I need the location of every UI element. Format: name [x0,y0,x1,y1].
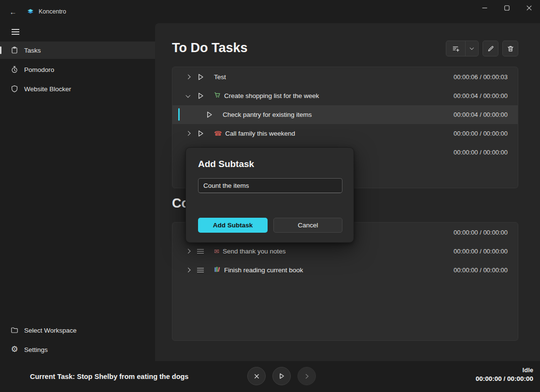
add-task-button[interactable] [446,41,466,56]
sidebar-item-website-blocker[interactable]: Website Blocker [0,80,155,98]
chevron-down-icon [470,46,474,50]
sidebar-item-label: Settings [24,346,48,353]
expand-chevron[interactable] [184,75,192,79]
pencil-icon [487,45,495,53]
app-logo-icon [26,7,35,16]
sidebar-item-label: Pomodoro [24,66,54,73]
subtask-name-input[interactable] [198,178,342,193]
tasks-icon [11,46,18,54]
subtask-row[interactable]: Check pantry for existing items00:00:04 … [172,105,518,124]
cancel-button[interactable]: Cancel [273,218,342,233]
chevron-right-icon [303,373,311,380]
mail-icon: ✉ [214,248,219,255]
task-drag-handle[interactable] [195,268,206,273]
sidebar-item-select-workspace[interactable]: Select Workspace [0,322,155,339]
minimize-button[interactable] [473,0,496,16]
maximize-icon [504,5,510,11]
app-title: Koncentro [39,8,66,15]
books-icon [214,266,221,274]
status-bar: Current Task: Stop Shelby from eating th… [0,361,540,392]
sidebar-item-tasks[interactable]: Tasks [0,42,155,59]
task-time: 00:00:06 / 00:00:03 [454,73,508,81]
shield-icon [11,85,18,93]
play-task-button[interactable] [195,73,206,81]
sidebar: Tasks Pomodoro Website Blocker Select Wo… [0,23,155,361]
sidebar-nav: Tasks Pomodoro Website Blocker [0,42,155,99]
expand-chevron[interactable] [184,268,192,272]
play-task-button[interactable] [204,111,214,119]
task-time: 00:00:04 / 00:00:00 [454,111,508,118]
task-title: Create shopping list for the week [214,92,319,100]
task-title: Check pantry for existing items [223,111,312,118]
task-time: 00:00:04 / 00:00:00 [454,92,508,99]
sidebar-item-settings[interactable]: ⚙ Settings [0,341,155,358]
timer-state: Idle [476,366,533,374]
todo-section-title: To Do Tasks [172,41,248,56]
play-icon [278,372,285,380]
dialog-title: Add Subtask [198,159,254,169]
expand-chevron[interactable] [184,95,192,97]
delete-task-button[interactable] [502,41,518,56]
task-time: 00:00:00 / 00:00:00 [454,229,508,236]
timer-icon [11,66,18,73]
task-time: 00:00:00 / 00:00:00 [454,248,508,255]
completed-task-row[interactable]: Finish reading current book00:00:00 / 00… [172,261,518,280]
task-toolbar [446,41,518,56]
add-task-split-button [446,41,479,56]
task-title: Test [214,73,226,81]
timer-status: Idle 00:00:00 / 00:00:00 [476,366,533,382]
todo-task-row[interactable]: ☎Call family this weekend00:00:00 / 00:0… [172,124,518,143]
sidebar-footer: Select Workspace ⚙ Settings [0,322,155,360]
expand-chevron[interactable] [184,250,192,253]
maximize-button[interactable] [496,0,518,16]
skip-task-button[interactable] [298,367,316,385]
cart-icon [214,92,221,100]
edit-task-button[interactable] [483,41,498,56]
close-icon [526,5,532,11]
play-pause-button[interactable] [272,367,291,385]
play-task-button[interactable] [195,129,206,138]
sidebar-item-label: Select Workspace [24,327,77,334]
close-button[interactable] [518,0,540,16]
trash-icon [507,45,514,53]
minimize-icon [482,5,487,11]
selected-row-indicator [178,108,180,121]
titlebar: ← Koncentro [0,0,540,23]
current-task-label: Current Task: Stop Shelby from eating th… [30,361,188,392]
task-time: 00:00:00 / 00:00:00 [454,149,508,156]
task-drag-handle[interactable] [195,249,206,254]
stop-x-icon [253,373,260,380]
phone-icon: ☎ [214,130,222,137]
folder-icon [11,326,18,334]
window-controls [473,0,540,16]
gear-icon: ⚙ [11,346,18,353]
add-subtask-dialog: Add Subtask Add Subtask Cancel [185,147,354,243]
add-task-icon [452,45,460,53]
task-title: ☎Call family this weekend [214,130,295,137]
add-task-dropdown-button[interactable] [466,41,478,56]
confirm-add-subtask-button[interactable]: Add Subtask [198,218,268,233]
stop-task-button[interactable] [247,367,266,385]
completed-task-row[interactable]: ✉Send thank you notes00:00:00 / 00:00:00 [172,242,518,261]
expand-chevron[interactable] [184,132,192,135]
task-time: 00:00:00 / 00:00:00 [454,130,508,137]
task-title: Finish reading current book [214,266,303,274]
play-task-button[interactable] [195,92,206,100]
sidebar-item-label: Website Blocker [24,85,71,93]
nav-menu-button[interactable] [6,25,25,39]
sidebar-item-label: Tasks [24,47,41,54]
task-time: 00:00:00 / 00:00:00 [454,266,508,274]
timer-value: 00:00:00 / 00:00:00 [476,375,533,382]
task-title: ✉Send thank you notes [214,248,286,255]
todo-task-row[interactable]: Create shopping list for the week00:00:0… [172,86,518,105]
todo-task-row[interactable]: Test00:00:06 / 00:00:03 [172,68,518,86]
back-button[interactable]: ← [6,4,20,19]
sidebar-item-pomodoro[interactable]: Pomodoro [0,61,155,78]
